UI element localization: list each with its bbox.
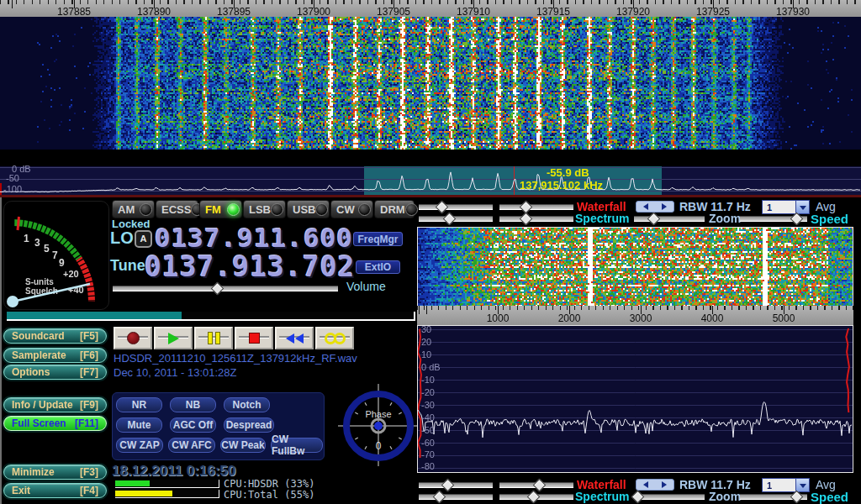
slider-thumb[interactable]: [790, 491, 803, 504]
agc-off-button[interactable]: AGC Off: [170, 417, 216, 433]
loop-icon: [325, 333, 346, 344]
slider-thumb[interactable]: [631, 491, 644, 504]
button-label: CW ZAP: [119, 439, 159, 451]
mode-button-drm[interactable]: DRM: [374, 200, 415, 218]
cw-zap-button[interactable]: CW ZAP: [116, 438, 163, 453]
rf-spectrum-display[interactable]: [418, 326, 853, 472]
rbw-spin-control-2[interactable]: [636, 479, 674, 491]
lo-frequency-display[interactable]: 0137.911.600: [155, 223, 353, 253]
slider-thumb[interactable]: [436, 201, 449, 214]
slider-thumb[interactable]: [526, 491, 540, 504]
frequency-tick-label: 137930: [776, 6, 810, 18]
zoom-slider-2[interactable]: [634, 491, 705, 501]
slider-thumb[interactable]: [647, 213, 661, 226]
nr-button[interactable]: NR: [116, 397, 162, 412]
options-button[interactable]: Options [F7]: [3, 365, 107, 380]
slider-thumb[interactable]: [441, 479, 455, 492]
spectrum-range-slider-2[interactable]: [499, 491, 573, 501]
minimize-button[interactable]: Minimize [F3]: [3, 465, 107, 480]
soundcard-button[interactable]: Soundcard [F5]: [3, 328, 107, 344]
left-arrow-icon[interactable]: [643, 203, 648, 210]
dropdown-arrow-icon[interactable]: [795, 479, 809, 491]
button-label: NR: [132, 399, 146, 411]
left-arrow-icon[interactable]: [643, 481, 648, 488]
cw-fullbw-button[interactable]: CW FullBw: [271, 438, 323, 453]
rf-waterfall-frame: [417, 227, 853, 307]
zoom-slider[interactable]: [634, 213, 705, 223]
record-button[interactable]: [114, 327, 152, 349]
frequency-tick-label: 137895: [217, 6, 251, 18]
waterfall-contrast-slider-2[interactable]: [499, 479, 573, 490]
frequency-tick-label: 137885: [57, 6, 91, 18]
rf-waterfall-display[interactable]: [418, 228, 853, 306]
button-label: Full Screen: [12, 417, 66, 429]
lo-auto-lock-icon[interactable]: A: [135, 230, 152, 248]
slider-thumb[interactable]: [211, 282, 224, 296]
meter-tick-label: +20: [63, 269, 79, 279]
freqmgr-button[interactable]: FreqMgr: [353, 232, 403, 246]
db-axis-label: -100: [3, 184, 22, 194]
slider-thumb[interactable]: [532, 479, 546, 492]
nb-button[interactable]: NB: [170, 397, 216, 412]
notch-button[interactable]: Notch: [224, 397, 270, 412]
spectrum-ref-slider-2[interactable]: [419, 491, 493, 501]
cw-peak-button[interactable]: CW Peak: [220, 438, 266, 453]
waterfall-brightness-slider-2[interactable]: [419, 479, 493, 490]
button-hotkey: [F7]: [80, 366, 98, 378]
exit-button[interactable]: Exit [F4]: [3, 483, 107, 498]
mode-button-lsb[interactable]: LSB: [243, 200, 286, 218]
phase-dial[interactable]: Phase 0: [338, 382, 419, 468]
cpu-hdsdr-bar: [115, 480, 219, 488]
main-waterfall-display[interactable]: [0, 0, 861, 150]
mode-button-usb[interactable]: USB: [287, 200, 330, 218]
speed-slider-2[interactable]: [740, 491, 807, 501]
overview-spectrum[interactable]: 0 dB -50 -100 -55.9 dB 137,915.102 kHz: [0, 166, 861, 195]
loop-button[interactable]: [315, 327, 354, 349]
slider-thumb[interactable]: [443, 213, 457, 226]
phase-value: 0: [376, 440, 382, 452]
mode-button-ecss[interactable]: ECSS: [156, 200, 198, 218]
cpu-hdsdr-label: CPU:HDSDR (33%): [224, 478, 314, 490]
slider-thumb[interactable]: [790, 213, 803, 226]
pause-button[interactable]: [194, 327, 233, 349]
rbw-spin-control[interactable]: [636, 201, 674, 213]
dropdown-arrow-icon[interactable]: [795, 201, 809, 213]
button-label: AGC Off: [173, 419, 213, 431]
mode-button-am[interactable]: AM: [112, 200, 155, 218]
samplerate-button[interactable]: Samplerate [F6]: [3, 348, 107, 363]
rf-frequency-scale[interactable]: 1000 2000 3000 4000 5000: [417, 306, 853, 325]
slider-thumb[interactable]: [520, 213, 533, 226]
speed-slider[interactable]: [740, 213, 807, 223]
squelch-level-bar[interactable]: [7, 312, 415, 321]
db-tick-label: -10: [421, 375, 435, 385]
spectrum-ref-slider[interactable]: [419, 213, 493, 223]
mode-button-fm[interactable]: FM: [199, 200, 242, 218]
rewind-button[interactable]: [275, 327, 314, 349]
s-meter[interactable]: 1 3 5 7 9 +20 +40 S-units Squelch: [3, 201, 109, 310]
waterfall-contrast-slider[interactable]: [499, 201, 573, 212]
right-arrow-icon[interactable]: [662, 481, 667, 488]
play-button[interactable]: [154, 327, 193, 349]
volume-slider[interactable]: [113, 282, 338, 293]
despread-button[interactable]: Despread: [224, 417, 274, 433]
stop-button[interactable]: [235, 327, 273, 349]
frequency-tick-label: 137915: [536, 6, 570, 18]
mode-button-cw[interactable]: CW: [330, 200, 373, 218]
fullscreen-button[interactable]: Full Screen [F11]: [3, 416, 107, 431]
main-frequency-scale[interactable]: 137885 137890 137895 137900 137905 13791…: [0, 0, 861, 17]
spectrum-range-slider[interactable]: [499, 213, 573, 223]
frequency-tick-label: 137910: [457, 6, 490, 18]
slider-thumb[interactable]: [433, 491, 446, 504]
overview-spectrum-canvas[interactable]: [0, 166, 861, 195]
button-hotkey: [F9]: [80, 399, 98, 411]
cw-afc-button[interactable]: CW AFC: [168, 438, 215, 453]
extio-button[interactable]: ExtIO: [356, 260, 400, 274]
waterfall-brightness-slider[interactable]: [419, 201, 493, 212]
right-arrow-icon[interactable]: [662, 203, 667, 210]
mute-button[interactable]: Mute: [116, 417, 162, 433]
tune-frequency-display[interactable]: 0137.913.702: [145, 250, 355, 283]
rf-spectrum-frame: [417, 325, 853, 473]
meter-tick-label: 5: [44, 243, 50, 255]
mode-label: FM: [205, 203, 221, 216]
info-update-button[interactable]: Info / Update [F9]: [3, 397, 107, 412]
